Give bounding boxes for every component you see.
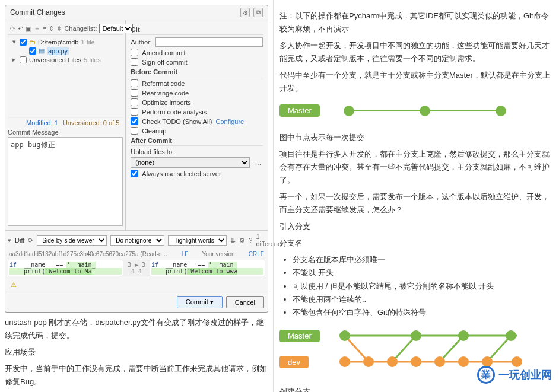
rollback-icon[interactable]: ↶ xyxy=(18,24,23,33)
logo-text: 一玩创业网 xyxy=(498,368,552,382)
reformat-checkbox[interactable] xyxy=(131,79,138,87)
dev-label: dev xyxy=(280,356,309,368)
paragraph: 分支名 xyxy=(280,237,552,250)
paragraph: 图中节点表示每一次提交 xyxy=(280,131,552,144)
changes-tree: ▾ 🗀 D:\temp\cmdb 1 file ▤ app.py ▸ xyxy=(8,35,123,66)
commit-node xyxy=(344,106,354,116)
svg-point-7 xyxy=(411,330,421,341)
diff-left-pane[interactable]: if if __name__ == '__main_ __name__ == '… xyxy=(8,260,123,276)
diff-ignore-select[interactable]: Do not ignore xyxy=(110,235,164,246)
diff-collapse-icon[interactable]: ⇊ xyxy=(230,235,236,245)
root-count: 1 file xyxy=(81,39,94,46)
lf-indicator: LF xyxy=(182,251,189,257)
root-checkbox[interactable] xyxy=(20,39,27,46)
analysis-checkbox[interactable] xyxy=(131,108,138,116)
unversioned-checkbox[interactable] xyxy=(20,56,27,63)
todo-checkbox[interactable] xyxy=(131,117,138,125)
rearrange-checkbox[interactable] xyxy=(131,89,138,97)
amend-label: Amend commit xyxy=(142,49,185,56)
paragraph: 注：以下的操作都在Pycharm中完成，其它IDE都可以实现类似的功能，Git命… xyxy=(280,9,552,36)
paragraph: 开发中，当前手中的工作没有完成，需要中断当前工作来完成其他请求，例如修复Bug。 xyxy=(5,362,268,388)
amend-checkbox[interactable] xyxy=(131,49,138,56)
list-item: 不能以 开头 xyxy=(293,266,552,279)
tree-root-row[interactable]: ▾ 🗀 D:\temp\cmdb 1 file xyxy=(10,37,120,46)
diff-viewer: if if __name__ == '__main_ __name__ == '… xyxy=(8,260,265,276)
configure-link[interactable]: Configure xyxy=(216,118,244,125)
diff-refresh-icon[interactable]: ⟳ xyxy=(28,235,33,245)
gear-icon[interactable]: ⚙ xyxy=(240,8,250,17)
upload-select[interactable]: (none) xyxy=(131,157,250,168)
list-item: 不能使用两个连续的.. xyxy=(293,293,552,306)
diff-settings-icon[interactable]: ⚙ xyxy=(239,235,245,245)
svg-point-15 xyxy=(458,356,469,367)
chevron-down-icon[interactable]: ▾ xyxy=(8,237,11,244)
git-heading: Git xyxy=(131,26,263,35)
changes-status-bar: Modified: 1 Unversioned: 0 of 5 xyxy=(8,117,123,128)
chevron-down-icon[interactable]: ▾ xyxy=(11,38,17,46)
cleanup-label: Cleanup xyxy=(142,128,166,135)
svg-point-12 xyxy=(387,356,398,367)
dialog-titlebar: Commit Changes ⚙ ⧉ xyxy=(5,5,268,20)
diff-gutter: 3 ▶ 3 4 4 xyxy=(123,260,150,276)
diff-right-pane[interactable]: if if __name__ == '__main_ __name__ == '… xyxy=(150,260,265,276)
list-item: 分支名在版本库中必须唯一 xyxy=(293,253,552,266)
tree-file-row[interactable]: ▤ app.py xyxy=(10,46,120,55)
always-server-checkbox[interactable] xyxy=(131,170,138,177)
warning-icon[interactable]: ⚠ xyxy=(9,280,18,289)
tree-unversioned-row[interactable]: ▸ Unversioned Files 5 files xyxy=(10,55,120,64)
signoff-checkbox[interactable] xyxy=(131,58,138,66)
crlf-indicator: CRLF xyxy=(249,251,264,257)
commit-message-input[interactable] xyxy=(8,137,123,226)
svg-point-11 xyxy=(363,356,374,367)
todo-label: Check TODO (Show All) xyxy=(142,118,212,125)
python-file-icon: ▤ xyxy=(39,47,45,55)
cancel-button[interactable]: Cancel xyxy=(226,296,264,308)
expand-icon[interactable]: ⇕ xyxy=(49,24,54,33)
master-linear-diagram: Master xyxy=(280,101,552,120)
changelist-label: Changelist: xyxy=(64,25,97,32)
root-path: D:\temp\cmdb xyxy=(38,39,78,46)
site-logo: 業 一玩创业网 xyxy=(477,366,552,384)
always-server-label: Always use selected server xyxy=(142,170,221,177)
unversioned-label: Unversioned Files xyxy=(29,56,81,63)
collapse-icon[interactable]: ⇳ xyxy=(56,24,62,33)
paragraph: 应用场景 xyxy=(5,346,268,359)
diff-help-icon[interactable]: ? xyxy=(249,235,252,245)
paragraph: 再一个，如果一次提交后，需要发布一个版本，这个版本以后独立维护、开发，而主分支还… xyxy=(280,190,552,216)
unversioned-status: Unversioned: 0 of 5 xyxy=(63,119,119,126)
author-label: Author: xyxy=(131,39,151,46)
svg-point-14 xyxy=(434,356,445,367)
svg-point-6 xyxy=(339,330,350,341)
diff-icon[interactable]: ▣ xyxy=(26,24,31,33)
master-label: Master xyxy=(280,104,320,117)
file-checkbox[interactable] xyxy=(29,47,36,55)
paragraph: 项目往往是并行多人开发的，都在主分支上克隆，然后修改提交，那么主分支就会有存在大… xyxy=(280,148,552,187)
dialog-title-text: Commit Changes xyxy=(10,8,65,17)
paragraph: 引入分支 xyxy=(280,220,552,233)
paragraph: 创建分支 xyxy=(280,385,552,392)
file-name: app.py xyxy=(47,47,69,55)
commit-message-label: Commit Message xyxy=(8,128,123,137)
diff-meta-row: aa3dd1add5132abf1d275e3b40c67c5670ea275a… xyxy=(5,250,268,259)
list-item: 可以使用 / 但是不能以它结尾，被它分割的名称不能以 开头 xyxy=(293,280,552,293)
svg-point-13 xyxy=(411,356,421,367)
analysis-label: Perform code analysis xyxy=(142,109,207,116)
new-changelist-icon[interactable]: ＋ xyxy=(34,24,40,33)
commit-button[interactable]: Commit ▾ xyxy=(177,296,223,308)
optimize-label: Optimize imports xyxy=(142,99,191,106)
chevron-right-icon[interactable]: ▸ xyxy=(11,56,17,63)
cleanup-checkbox[interactable] xyxy=(131,127,138,135)
svg-point-8 xyxy=(458,330,469,341)
diff-viewer-select[interactable]: Side-by-side viewer xyxy=(37,235,107,246)
pin-icon[interactable]: ⧉ xyxy=(253,8,263,17)
optimize-checkbox[interactable] xyxy=(131,98,138,106)
modified-count: Modified: 1 xyxy=(26,119,58,126)
list-item: 不能包含任何空白字符、Git的特殊符号 xyxy=(293,306,552,319)
author-input[interactable] xyxy=(155,37,263,47)
rearrange-label: Rearrange code xyxy=(142,90,189,97)
refresh-icon[interactable]: ⟳ xyxy=(10,24,15,33)
upload-more-icon[interactable]: … xyxy=(253,158,263,167)
before-commit-heading: Before Commit xyxy=(131,68,263,77)
diff-highlight-select[interactable]: Highlight words xyxy=(168,235,227,246)
group-icon[interactable]: ≡ xyxy=(43,24,46,33)
